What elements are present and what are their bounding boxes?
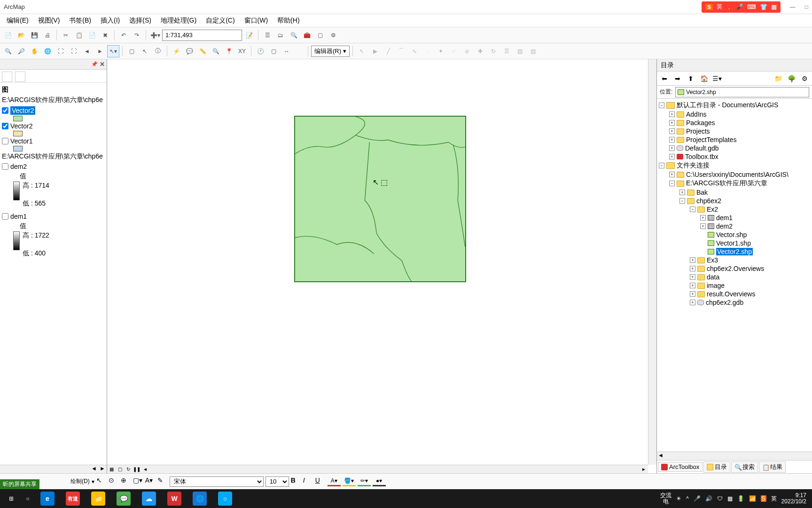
- toc-tree[interactable]: 图 E:\ARCGIS软件应用\第六章\chp6e Vector2 Vector…: [0, 83, 107, 465]
- draw-label[interactable]: 绘制(D): [70, 477, 90, 485]
- collapse-icon[interactable]: −: [690, 206, 695, 212]
- tree-item[interactable]: 文件夹连接: [677, 161, 710, 170]
- collapse-icon[interactable]: −: [659, 103, 664, 108]
- python-icon[interactable]: ▢: [314, 29, 326, 41]
- select-features-icon[interactable]: ▢: [125, 45, 138, 57]
- back-icon[interactable]: ◄: [81, 45, 93, 57]
- toc-frame[interactable]: 图: [1, 85, 106, 95]
- mic-icon[interactable]: 🎤: [736, 3, 743, 10]
- rotate-icon[interactable]: ⊙: [109, 476, 119, 487]
- menu-help[interactable]: 帮助(H): [273, 15, 304, 27]
- tray-battery-icon[interactable]: 🔋: [737, 495, 744, 502]
- tree-item[interactable]: Packages: [686, 119, 715, 127]
- map-hscrollbar[interactable]: ▦ ▢ ↻ ❚❚ ◄ ►: [107, 465, 648, 473]
- ime-status2[interactable]: 电: [660, 499, 671, 505]
- add-data-icon[interactable]: ➕▾: [149, 29, 161, 41]
- identify-icon[interactable]: ⓘ: [152, 45, 164, 57]
- attributes-icon[interactable]: ☰: [500, 45, 513, 57]
- split-icon[interactable]: ✚: [474, 45, 486, 57]
- tree-item[interactable]: dem2: [716, 222, 733, 230]
- tree-item[interactable]: Ex2: [707, 206, 718, 213]
- expand-icon[interactable]: +: [690, 257, 695, 263]
- expand-icon[interactable]: +: [700, 223, 706, 229]
- collapse-icon[interactable]: −: [679, 198, 685, 204]
- app-wps[interactable]: W: [164, 489, 185, 508]
- delete-icon[interactable]: ✖: [99, 29, 111, 41]
- tray-volume-icon[interactable]: 🔊: [705, 495, 712, 502]
- print-icon[interactable]: 🖨: [41, 29, 54, 41]
- tab-arctoolbox[interactable]: ArcToolbox: [658, 462, 703, 472]
- layer-checkbox[interactable]: [2, 123, 8, 129]
- marker-color-button[interactable]: ●▾: [373, 477, 386, 486]
- rotate-icon[interactable]: ↻: [487, 45, 500, 57]
- scroll-right-icon[interactable]: ►: [98, 465, 107, 473]
- tree-item[interactable]: E:\ARCGIS软件应用\第六章: [686, 179, 767, 188]
- options-icon[interactable]: ⚙: [799, 73, 810, 84]
- rectangle-icon[interactable]: ▢▾: [133, 476, 143, 487]
- raster-ramp[interactable]: [13, 231, 20, 250]
- tray-date[interactable]: 2022/10/2: [781, 499, 806, 505]
- menu-geoprocessing[interactable]: 地理处理(G): [156, 15, 201, 27]
- catalog-hscrollbar[interactable]: ◄: [657, 452, 812, 460]
- expand-icon[interactable]: +: [700, 215, 706, 221]
- layer-swatch[interactable]: [13, 146, 23, 151]
- keyboard-icon[interactable]: ⌨: [747, 3, 756, 10]
- system-tray[interactable]: 交流 电 ☀ ^ 🎤 🔊 🛡 ▦ 🔋 📶 S 英 9:17 2022/10/2: [660, 492, 810, 505]
- time-slider-icon[interactable]: 🕐: [254, 45, 266, 57]
- toggle-icon[interactable]: ☰▾: [711, 73, 723, 84]
- data-view-icon[interactable]: ▦: [107, 465, 116, 474]
- select-elements-icon[interactable]: ↖▾: [107, 45, 119, 57]
- tree-item-selected[interactable]: Vector2.shp: [716, 248, 753, 255]
- forward-icon[interactable]: ➡: [672, 73, 683, 84]
- app-tencent-meeting[interactable]: ☁: [138, 489, 160, 508]
- select-icon[interactable]: ↖: [96, 476, 107, 487]
- tree-item[interactable]: ProjectTemplates: [686, 136, 736, 143]
- tray-mic-icon[interactable]: 🎤: [694, 495, 701, 502]
- fixed-zoom-out-icon[interactable]: ⛶: [68, 45, 80, 57]
- sketch-props-icon[interactable]: ▤: [514, 45, 526, 57]
- edit-tool-icon[interactable]: ↖: [356, 45, 368, 57]
- up-icon[interactable]: ⬆: [685, 73, 696, 84]
- tree-item[interactable]: Bak: [696, 189, 708, 196]
- go-to-xy-icon[interactable]: XY: [236, 45, 248, 57]
- app-youdao[interactable]: 有道: [62, 489, 84, 508]
- tab-results[interactable]: 📋结果: [759, 461, 786, 473]
- zoom-in-icon[interactable]: 🔍: [2, 45, 14, 57]
- tree-item[interactable]: Toolbox.tbx: [685, 153, 718, 160]
- list-by-source-icon[interactable]: [15, 71, 25, 82]
- pan-icon[interactable]: ✋: [28, 45, 40, 57]
- expand-icon[interactable]: +: [669, 172, 675, 177]
- tray-app-icon[interactable]: ▦: [727, 495, 733, 502]
- expand-icon[interactable]: +: [669, 137, 675, 143]
- tray-chevron-icon[interactable]: ^: [686, 495, 689, 502]
- underline-button[interactable]: U: [315, 476, 326, 487]
- find-route-icon[interactable]: 📍: [223, 45, 235, 57]
- expand-icon[interactable]: +: [690, 300, 695, 305]
- back-icon[interactable]: ⬅: [659, 73, 670, 84]
- app-explorer[interactable]: 📁: [87, 489, 109, 508]
- full-extent-icon[interactable]: 🌐: [41, 45, 54, 57]
- expand-icon[interactable]: +: [690, 291, 695, 297]
- tree-item[interactable]: data: [707, 273, 719, 281]
- toc-group1[interactable]: E:\ARCGIS软件应用\第六章\chp6e: [1, 95, 106, 105]
- ime-punct-icon[interactable]: ，: [726, 3, 732, 11]
- tree-item[interactable]: dem1: [716, 214, 733, 222]
- tree-item[interactable]: chp6ex2: [696, 197, 721, 205]
- tree-item[interactable]: Vector.shp: [716, 231, 747, 238]
- layer-checkbox[interactable]: [2, 107, 8, 114]
- layer-swatch[interactable]: [13, 131, 23, 136]
- expand-icon[interactable]: +: [669, 111, 675, 117]
- fixed-zoom-in-icon[interactable]: ⛶: [55, 45, 67, 57]
- text-icon[interactable]: A▾: [145, 476, 156, 487]
- tree-icon[interactable]: 🌳: [786, 73, 797, 84]
- trace-icon[interactable]: ∿: [408, 45, 421, 57]
- ime-lang[interactable]: 英: [717, 3, 722, 11]
- size-select[interactable]: 10: [265, 476, 289, 487]
- shirt-icon[interactable]: 👕: [760, 3, 767, 10]
- new-icon[interactable]: 📄: [2, 29, 14, 41]
- maximize-button[interactable]: □: [805, 4, 808, 10]
- tree-item[interactable]: chp6ex2.gdb: [706, 299, 743, 306]
- create-viewer-icon[interactable]: ▢: [267, 45, 280, 57]
- tab-catalog[interactable]: 目录: [703, 461, 730, 473]
- search-window-icon[interactable]: 🔍: [288, 29, 300, 41]
